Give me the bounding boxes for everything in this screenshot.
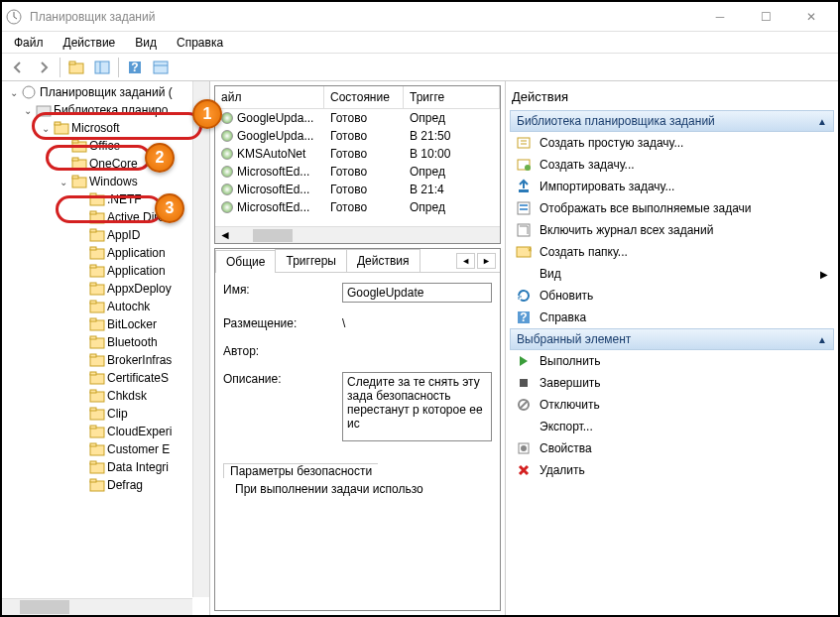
tab-actions[interactable]: Действия xyxy=(346,249,420,272)
tb-folder-icon[interactable] xyxy=(64,57,88,78)
action-item[interactable]: Отключить xyxy=(510,394,834,416)
tree-root[interactable]: ⌄ Планировщик заданий ( xyxy=(4,83,207,101)
tree-office[interactable]: Office xyxy=(4,137,207,155)
task-row[interactable]: GoogleUpda...ГотовоОпред xyxy=(215,109,500,127)
run-when-label: При выполнении задачи использо xyxy=(235,482,423,496)
action-item[interactable]: Создать задачу... xyxy=(510,154,834,176)
tree-folder[interactable]: Autochk xyxy=(4,298,207,315)
tree-folder[interactable]: CloudExperi xyxy=(4,423,207,440)
refresh-icon xyxy=(516,288,532,304)
actions-section-library[interactable]: Библиотека планировщика заданий ▲ xyxy=(510,110,834,132)
svg-rect-65 xyxy=(520,379,528,387)
folder-icon xyxy=(89,300,105,313)
col-name[interactable]: айл xyxy=(215,86,324,108)
close-button[interactable]: ✕ xyxy=(788,2,834,32)
forward-button[interactable] xyxy=(32,57,56,78)
svg-rect-52 xyxy=(90,479,96,482)
folder-icon xyxy=(89,246,105,260)
description-field[interactable]: Следите за те снять эту зада безопасност… xyxy=(342,372,492,441)
tree-onecore[interactable]: OneCore xyxy=(4,155,207,173)
app-icon xyxy=(6,9,22,25)
action-item[interactable]: Выполнить xyxy=(510,350,834,372)
svg-text:?: ? xyxy=(520,310,527,324)
action-item[interactable]: Отображать все выполняемые задачи xyxy=(510,197,834,219)
tb-panel-icon[interactable] xyxy=(90,57,114,78)
chevron-down-icon[interactable]: ⌄ xyxy=(58,177,69,187)
back-button[interactable] xyxy=(6,57,30,78)
action-help[interactable]: ? Справка xyxy=(510,307,834,328)
help-icon: ? xyxy=(516,309,532,325)
tab-general[interactable]: Общие xyxy=(215,250,276,273)
tree-folder[interactable]: BrokerInfras xyxy=(4,351,207,369)
maximize-button[interactable]: ☐ xyxy=(743,2,788,32)
tree-folder[interactable]: Clip xyxy=(4,405,207,423)
folder-icon xyxy=(89,442,105,456)
task-row[interactable]: MicrosoftEd...ГотовоОпред xyxy=(215,198,500,216)
chevron-down-icon[interactable]: ⌄ xyxy=(40,123,52,134)
main-area: ⌄ Планировщик заданий ( ⌄ Библиотека пла… xyxy=(2,81,838,615)
chevron-down-icon[interactable]: ⌄ xyxy=(8,87,20,98)
menu-help[interactable]: Справка xyxy=(169,34,231,52)
action-item[interactable]: *Создать папку... xyxy=(510,241,834,263)
tree-folder[interactable]: Defrag xyxy=(4,476,207,494)
svg-rect-56 xyxy=(519,189,529,192)
tree-microsoft[interactable]: ⌄ Microsoft xyxy=(4,119,207,137)
folder-icon xyxy=(89,389,105,403)
scheduler-icon xyxy=(22,85,38,99)
tasklist-scrollbar-h[interactable]: ◄ xyxy=(215,226,500,243)
tree-folder[interactable]: Data Integri xyxy=(4,458,207,476)
folder-icon xyxy=(54,121,69,135)
tb-preview-icon[interactable] xyxy=(149,57,173,78)
tree-folder[interactable]: Application xyxy=(4,262,207,280)
tb-help-icon[interactable]: ? xyxy=(123,57,147,78)
action-item[interactable]: Импортировать задачу... xyxy=(510,176,834,197)
action-item[interactable]: Удалить xyxy=(510,459,834,481)
name-field[interactable]: GoogleUpdate xyxy=(342,283,492,303)
action-item[interactable]: Свойства xyxy=(510,437,834,459)
task-row[interactable]: KMSAutoNetГотовоВ 10:00 xyxy=(215,145,500,163)
menu-action[interactable]: Действие xyxy=(56,34,124,52)
menu-view[interactable]: Вид xyxy=(127,34,165,52)
svg-rect-26 xyxy=(90,247,96,250)
tree-folder[interactable]: AppxDeploy xyxy=(4,280,207,298)
col-state[interactable]: Состояние xyxy=(324,86,404,108)
tab-scroll[interactable]: ◄► xyxy=(452,249,500,272)
tree-folder[interactable]: Chkdsk xyxy=(4,387,207,405)
tree-scrollbar-h[interactable] xyxy=(2,598,192,615)
tree-folder[interactable]: Application xyxy=(4,244,207,262)
action-item[interactable]: Экспорт... xyxy=(510,416,834,437)
svg-text:*: * xyxy=(528,245,532,259)
author-label: Автор: xyxy=(223,344,342,358)
tree-folder[interactable]: CertificateS xyxy=(4,369,207,387)
tree-folder[interactable]: BitLocker xyxy=(4,315,207,333)
folder-icon xyxy=(89,425,105,438)
action-refresh[interactable]: Обновить xyxy=(510,285,834,307)
collapse-icon[interactable]: ▲ xyxy=(817,334,827,345)
tree-folder[interactable]: Bluetooth xyxy=(4,333,207,351)
chevron-down-icon[interactable]: ⌄ xyxy=(22,105,34,116)
actions-section-selected[interactable]: Выбранный элемент ▲ xyxy=(510,328,834,350)
tree-scrollbar-v[interactable] xyxy=(192,81,209,597)
action-view[interactable]: Вид ▶ xyxy=(510,263,834,285)
minimize-button[interactable]: ─ xyxy=(697,2,743,32)
svg-rect-58 xyxy=(520,204,528,206)
action-item[interactable]: Создать простую задачу... xyxy=(510,132,834,154)
action-icon xyxy=(516,419,532,434)
svg-rect-30 xyxy=(90,283,96,286)
menu-file[interactable]: Файл xyxy=(6,34,52,52)
action-item[interactable]: Завершить xyxy=(510,372,834,394)
location-value: \ xyxy=(342,316,345,330)
task-row[interactable]: GoogleUpda...ГотовоВ 21:50 xyxy=(215,127,500,145)
svg-rect-22 xyxy=(90,211,96,214)
col-trigger[interactable]: Тригге xyxy=(404,86,500,108)
task-row[interactable]: MicrosoftEd...ГотовоВ 21:4 xyxy=(215,181,500,198)
tree-library[interactable]: ⌄ Библиотека планиро xyxy=(4,101,207,119)
tree-windows[interactable]: ⌄ Windows xyxy=(4,173,207,190)
action-item[interactable]: Включить журнал всех заданий xyxy=(510,219,834,241)
tree-folder[interactable]: AppID xyxy=(4,226,207,244)
collapse-icon[interactable]: ▲ xyxy=(817,116,827,127)
task-row[interactable]: MicrosoftEd...ГотовоОпред xyxy=(215,163,500,181)
tree-folder[interactable]: Customer E xyxy=(4,440,207,458)
tab-triggers[interactable]: Триггеры xyxy=(275,249,347,272)
callout-badge-1: 1 xyxy=(192,99,222,129)
